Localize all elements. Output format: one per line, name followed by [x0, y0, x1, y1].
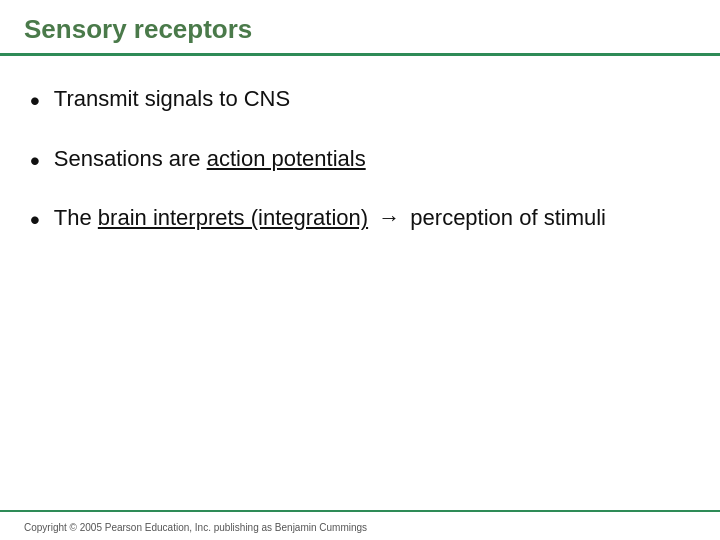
underline-brain-interprets: brain interprets (integration): [98, 205, 368, 230]
bullet-item-3: • The brain interprets (integration) → p…: [30, 203, 690, 237]
bullet-text-2: Sensations are action potentials: [54, 144, 690, 174]
bullet-text-1: Transmit signals to CNS: [54, 84, 690, 114]
bullet-item-1: • Transmit signals to CNS: [30, 84, 690, 118]
bullet-dot-2: •: [30, 144, 40, 178]
footer-bar: Copyright © 2005 Pearson Education, Inc.…: [0, 512, 720, 540]
bullet-dot-3: •: [30, 203, 40, 237]
bullet-dot-1: •: [30, 84, 40, 118]
slide-title: Sensory receptors: [24, 14, 252, 44]
title-bar: Sensory receptors: [0, 0, 720, 53]
bullet-text-3: The brain interprets (integration) → per…: [54, 203, 690, 233]
bullet-item-2: • Sensations are action potentials: [30, 144, 690, 178]
arrow-symbol: →: [372, 205, 400, 230]
underline-action-potentials: action potentials: [207, 146, 366, 171]
slide-container: Sensory receptors • Transmit signals to …: [0, 0, 720, 540]
footer-text: Copyright © 2005 Pearson Education, Inc.…: [24, 522, 367, 533]
content-area: • Transmit signals to CNS • Sensations a…: [0, 56, 720, 510]
